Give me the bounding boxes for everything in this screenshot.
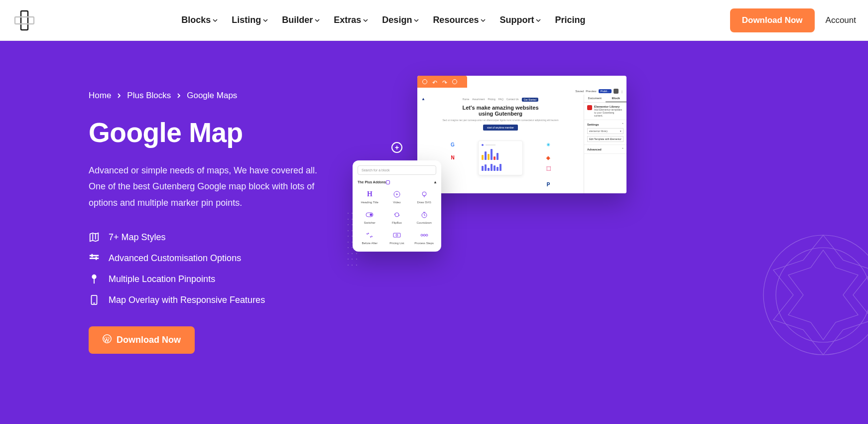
chevron-down-icon [536, 18, 541, 23]
block-before-after: Before After [358, 229, 382, 247]
hero-section: Home Plus Blocks Google Maps Google Map … [0, 41, 868, 424]
block-search-input: Search for a block [358, 165, 436, 175]
chart-mockup [478, 141, 523, 175]
toggle-icon [366, 211, 373, 219]
feature-pinpoints: Multiple Location Pinpoints [89, 274, 318, 284]
info-circle-icon [452, 79, 457, 84]
page-description: Advanced or simple needs of maps, We hav… [89, 162, 318, 211]
nav-resources[interactable]: Resources [433, 15, 486, 25]
flip-icon [393, 211, 401, 219]
logo[interactable] [12, 8, 37, 33]
settings-label: Settings [587, 123, 599, 126]
mock-sidebar: Document Block Elementor LibraryAdd Elem… [584, 95, 626, 193]
feature-label: Multiple Location Pinpoints [109, 274, 215, 284]
breadcrumb-current: Google Maps [187, 91, 237, 101]
block-inserter-panel: + Search for a block The Plus Addons ▴ H… [353, 160, 441, 252]
chevron-down-icon: ˅ [622, 147, 623, 151]
chevron-down-icon [363, 18, 368, 23]
plus-circle-icon: + [391, 142, 402, 153]
nav-label: Design [382, 15, 412, 25]
mock-topbar: Saved Preview Publi... ⋮ [417, 88, 626, 95]
chevron-right-icon [117, 93, 121, 98]
lib-desc: Add Elementor templates to your Gutenber… [594, 108, 622, 117]
svg-rect-6 [92, 254, 93, 257]
feature-label: 7+ Map Styles [109, 232, 166, 243]
saved-label: Saved [575, 90, 584, 93]
mock-nav-item: Contact Us [506, 98, 519, 102]
figma-icon: ◈ [544, 154, 552, 162]
mock-toolbar: ↶ ↷ [417, 76, 467, 88]
svg-point-19 [396, 234, 398, 236]
page-title: Google Map [89, 117, 318, 148]
svg-point-3 [776, 248, 868, 342]
panel-header-icon [386, 180, 390, 184]
price-icon [393, 231, 401, 239]
chevron-down-icon [263, 18, 268, 23]
svg-point-21 [423, 234, 425, 236]
nav-pricing[interactable]: Pricing [555, 15, 585, 25]
more-icon: ⋮ [620, 90, 623, 93]
feature-customization: Advanced Customisation Options [89, 253, 318, 264]
svg-rect-4 [90, 255, 99, 257]
hero-content: Home Plus Blocks Google Maps Google Map … [89, 91, 318, 354]
chevron-up-icon: ˄ [622, 123, 623, 126]
brand-grid: G ✴ N ◈ ⬚ P [422, 141, 579, 188]
block-heading-title: HHeading Title [358, 188, 382, 206]
mock-nav-item: Assortment [472, 98, 485, 102]
header-actions: Download Now Account [730, 8, 856, 32]
nav-label: Extras [334, 15, 361, 25]
chevron-up-icon: ▴ [434, 180, 436, 184]
feature-map-styles: 7+ Map Styles [89, 232, 318, 243]
mock-nav-item: Home [463, 98, 469, 102]
play-icon [393, 190, 401, 198]
svg-rect-18 [393, 233, 400, 237]
nav-builder[interactable]: Builder [282, 15, 320, 25]
publish-button: Publi... [599, 89, 612, 93]
main-header: Blocks Listing Builder Extras Design Res… [0, 0, 868, 41]
mock-subtext: Sed ut magna nec per consequuntur et ull… [422, 119, 579, 122]
mock-body: ▲ Home Assortment Pricing FAQ Contact Us… [417, 95, 626, 193]
mock-nav: Home Assortment Pricing FAQ Contact Us G… [463, 98, 538, 102]
chevron-down-icon [481, 18, 486, 23]
hero-download-button[interactable]: Download Now [89, 326, 195, 354]
breadcrumb: Home Plus Blocks Google Maps [89, 91, 318, 101]
feature-label: Map Overlay with Responsive Features [109, 295, 265, 305]
svg-point-20 [421, 234, 423, 236]
nav-listing[interactable]: Listing [232, 15, 268, 25]
nav-blocks[interactable]: Blocks [181, 15, 218, 25]
breadcrumb-home[interactable]: Home [89, 91, 111, 101]
bulb-icon [420, 190, 428, 198]
block-grid: HHeading Title Video Draw SVG Switcher F… [358, 188, 436, 247]
block-video: Video [385, 188, 409, 206]
chevron-down-icon [315, 18, 320, 23]
nav-extras[interactable]: Extras [334, 15, 368, 25]
block-panel-header: The Plus Addons ▴ [358, 180, 436, 184]
elementor-icon [587, 105, 592, 110]
sidebar-library: Elementor LibraryAdd Elementor templates… [584, 103, 626, 120]
paypal-icon: P [544, 180, 552, 188]
block-draw-svg: Draw SVG [412, 188, 436, 206]
sidebar-settings: Settings˄ elementor library▾ Edit Templa… [584, 120, 626, 145]
nav-label: Builder [282, 15, 313, 25]
feature-responsive: Map Overlay with Responsive Features [89, 294, 318, 305]
nav-design[interactable]: Design [382, 15, 419, 25]
edit-template-button: Edit Template with Elementor [587, 136, 623, 142]
download-button[interactable]: Download Now [730, 8, 815, 32]
sidebar-advanced: Advanced˅ [584, 145, 626, 154]
mobile-icon [89, 294, 100, 305]
netflix-icon: N [449, 154, 457, 162]
gear-icon [614, 89, 619, 94]
instagram-icon: ⬚ [544, 164, 552, 172]
chevron-down-icon [213, 18, 218, 23]
breadcrumb-plus-blocks[interactable]: Plus Blocks [127, 91, 171, 101]
undo-icon: ↶ [432, 79, 437, 84]
account-link[interactable]: Account [826, 15, 856, 25]
advanced-label: Advanced [587, 148, 602, 151]
sliders-icon [89, 253, 100, 264]
mock-cta: start of anytime member [483, 125, 518, 131]
library-select: elementor library▾ [587, 128, 623, 134]
nav-support[interactable]: Support [499, 15, 541, 25]
slack-icon: ✴ [544, 141, 552, 148]
nav-label: Resources [433, 15, 479, 25]
chevron-down-icon [414, 18, 419, 23]
